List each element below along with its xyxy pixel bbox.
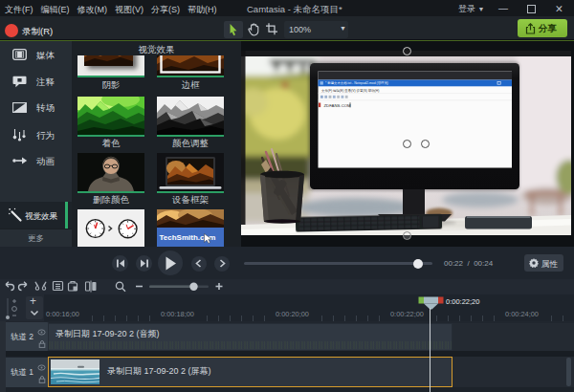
svg-text:ZDFANS.COM: ZDFANS.COM <box>324 103 352 108</box>
svg-text:* 新建文本文档.txt - Notepad2-mod (管: * 新建文本文档.txt - Notepad2-mod (管理员) <box>325 80 388 85</box>
svg-text:文件(F) 编辑(E) 查看(V) 设置(S) 帮助: 文件(F) 编辑(E) 查看(V) 设置(S) 帮助(H) <box>321 88 379 93</box>
